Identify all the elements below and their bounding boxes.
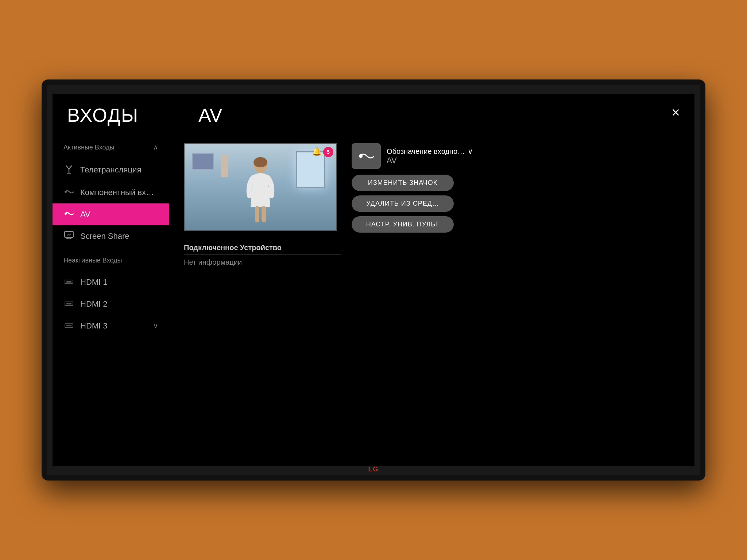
device-divider — [184, 254, 341, 254]
room-picture — [192, 153, 214, 170]
content-area: Активные Входы ∧ — [53, 132, 694, 466]
sidebar-item-hdmi3[interactable]: HDMI 3 ∨ — [53, 315, 169, 337]
remote-button[interactable]: НАСТР. УНИВ. ПУЛЬТ — [352, 216, 454, 233]
svg-rect-14 — [66, 303, 71, 304]
inactive-more-chevron[interactable]: ∨ — [153, 322, 158, 330]
antenna-icon — [63, 164, 74, 176]
top-bar: ВХОДЫ AV × — [53, 94, 694, 132]
device-label: Подключенное Устройство — [184, 244, 680, 252]
sidebar-item-screenshare-label: Screen Share — [80, 232, 129, 241]
svg-rect-16 — [66, 325, 71, 326]
svg-point-18 — [253, 157, 267, 167]
notification-icon: 🔔 — [312, 147, 322, 156]
close-button[interactable]: × — [671, 104, 680, 121]
input-label-row: Обозначение входно… ∨ AV — [352, 143, 680, 169]
device-section: Подключенное Устройство Нет информации — [184, 244, 680, 267]
svg-rect-19 — [255, 206, 259, 222]
inactive-section-label: Неактивные Входы — [63, 257, 122, 264]
input-name-col: Обозначение входно… ∨ AV — [387, 147, 680, 165]
active-section-label: Активные Входы — [63, 144, 115, 151]
sidebar-item-av-label: AV — [80, 210, 90, 219]
active-section-chevron[interactable]: ∧ — [153, 143, 158, 151]
component-icon — [63, 187, 74, 198]
sidebar-item-component[interactable]: Компонентный вх… — [53, 182, 169, 203]
sidebar-item-tele[interactable]: Телетрансляция — [53, 158, 169, 182]
svg-rect-12 — [66, 281, 71, 283]
sidebar-item-screenshare[interactable]: Screen Share — [53, 225, 169, 247]
input-name-value: AV — [387, 156, 680, 165]
inactive-divider — [63, 268, 158, 268]
hdmi1-icon — [63, 277, 74, 287]
device-info: Нет информации — [184, 258, 680, 267]
input-name-label: Обозначение входно… ∨ — [387, 147, 680, 156]
av-icon — [63, 209, 74, 219]
sidebar-item-av[interactable]: AV — [53, 203, 169, 225]
remove-button[interactable]: УДАЛИТЬ ИЗ СРЕД… — [352, 195, 454, 212]
svg-rect-20 — [262, 206, 266, 222]
sidebar-item-component-label: Компонентный вх… — [80, 188, 154, 197]
sidebar-item-hdmi2[interactable]: HDMI 2 — [53, 293, 169, 315]
svg-point-6 — [65, 213, 67, 215]
sidebar-item-tele-label: Телетрансляция — [80, 165, 141, 175]
selected-input-title: AV — [198, 104, 680, 126]
screen-icon — [63, 231, 74, 241]
sidebar-item-hdmi2-label: HDMI 2 — [80, 299, 108, 309]
input-name-dropdown[interactable]: ∨ — [468, 147, 473, 156]
video-preview: 🔔 5 — [184, 143, 337, 231]
inactive-section-header: Неактивные Входы — [53, 253, 169, 267]
room-bg — [185, 144, 336, 230]
sidebar-item-hdmi1[interactable]: HDMI 1 — [53, 271, 169, 293]
input-icon-box — [352, 143, 381, 169]
notification-badge: 5 — [323, 147, 333, 157]
tv-screen: ВХОДЫ AV × Активные Входы ∧ — [53, 94, 694, 466]
action-buttons: ИЗМЕНИТЬ ЗНАЧОК УДАЛИТЬ ИЗ СРЕД… НАСТР. … — [352, 175, 680, 233]
sidebar: Активные Входы ∧ — [53, 132, 169, 466]
right-panel: Обозначение входно… ∨ AV ИЗМЕНИТЬ ЗНАЧОК… — [352, 143, 680, 233]
sidebar-item-hdmi1-label: HDMI 1 — [80, 277, 108, 287]
person-figure — [244, 156, 277, 226]
room-lamp — [221, 155, 228, 177]
ui-container: ВХОДЫ AV × Активные Входы ∧ — [53, 94, 694, 466]
sidebar-item-hdmi3-label: HDMI 3 — [80, 321, 108, 331]
active-section-header: Активные Входы ∧ — [53, 140, 169, 153]
change-icon-button[interactable]: ИЗМЕНИТЬ ЗНАЧОК — [352, 175, 454, 191]
active-divider — [63, 155, 158, 155]
tv-frame: ВХОДЫ AV × Активные Входы ∧ — [42, 79, 705, 481]
room-window — [296, 151, 325, 188]
page-title: ВХОДЫ — [67, 104, 184, 126]
main-top: 🔔 5 — [184, 143, 680, 233]
hdmi2-icon — [63, 299, 74, 309]
svg-point-21 — [359, 154, 363, 158]
svg-point-5 — [65, 191, 67, 193]
hdmi3-icon — [63, 321, 74, 331]
main-content: 🔔 5 — [169, 132, 694, 466]
lg-logo: LG — [368, 466, 379, 473]
